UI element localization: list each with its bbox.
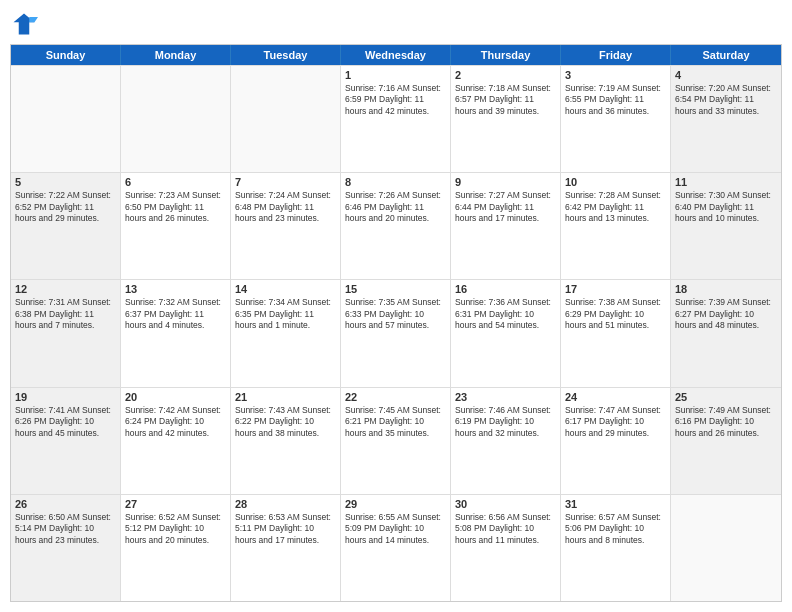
calendar-cell: 23Sunrise: 7:46 AM Sunset: 6:19 PM Dayli… xyxy=(451,388,561,494)
calendar-cell: 3Sunrise: 7:19 AM Sunset: 6:55 PM Daylig… xyxy=(561,66,671,172)
day-info: Sunrise: 7:19 AM Sunset: 6:55 PM Dayligh… xyxy=(565,83,666,117)
calendar-cell xyxy=(121,66,231,172)
day-number: 31 xyxy=(565,498,666,510)
day-info: Sunrise: 7:31 AM Sunset: 6:38 PM Dayligh… xyxy=(15,297,116,331)
day-number: 5 xyxy=(15,176,116,188)
day-number: 26 xyxy=(15,498,116,510)
day-number: 25 xyxy=(675,391,777,403)
day-info: Sunrise: 7:38 AM Sunset: 6:29 PM Dayligh… xyxy=(565,297,666,331)
day-number: 10 xyxy=(565,176,666,188)
calendar-cell: 7Sunrise: 7:24 AM Sunset: 6:48 PM Daylig… xyxy=(231,173,341,279)
calendar-cell: 6Sunrise: 7:23 AM Sunset: 6:50 PM Daylig… xyxy=(121,173,231,279)
day-number: 1 xyxy=(345,69,446,81)
day-info: Sunrise: 7:43 AM Sunset: 6:22 PM Dayligh… xyxy=(235,405,336,439)
calendar-cell: 29Sunrise: 6:55 AM Sunset: 5:09 PM Dayli… xyxy=(341,495,451,601)
weekday-header: Monday xyxy=(121,45,231,65)
calendar-cell: 22Sunrise: 7:45 AM Sunset: 6:21 PM Dayli… xyxy=(341,388,451,494)
day-number: 23 xyxy=(455,391,556,403)
calendar-cell: 2Sunrise: 7:18 AM Sunset: 6:57 PM Daylig… xyxy=(451,66,561,172)
day-info: Sunrise: 7:18 AM Sunset: 6:57 PM Dayligh… xyxy=(455,83,556,117)
day-number: 19 xyxy=(15,391,116,403)
day-number: 9 xyxy=(455,176,556,188)
day-info: Sunrise: 6:56 AM Sunset: 5:08 PM Dayligh… xyxy=(455,512,556,546)
day-number: 30 xyxy=(455,498,556,510)
logo xyxy=(10,10,42,38)
calendar-cell: 1Sunrise: 7:16 AM Sunset: 6:59 PM Daylig… xyxy=(341,66,451,172)
day-number: 27 xyxy=(125,498,226,510)
calendar-cell: 17Sunrise: 7:38 AM Sunset: 6:29 PM Dayli… xyxy=(561,280,671,386)
calendar-row: 19Sunrise: 7:41 AM Sunset: 6:26 PM Dayli… xyxy=(11,387,781,494)
svg-marker-1 xyxy=(29,17,38,22)
day-info: Sunrise: 7:47 AM Sunset: 6:17 PM Dayligh… xyxy=(565,405,666,439)
calendar-body: 1Sunrise: 7:16 AM Sunset: 6:59 PM Daylig… xyxy=(11,65,781,601)
day-info: Sunrise: 7:16 AM Sunset: 6:59 PM Dayligh… xyxy=(345,83,446,117)
day-info: Sunrise: 7:24 AM Sunset: 6:48 PM Dayligh… xyxy=(235,190,336,224)
day-info: Sunrise: 7:32 AM Sunset: 6:37 PM Dayligh… xyxy=(125,297,226,331)
calendar-cell: 9Sunrise: 7:27 AM Sunset: 6:44 PM Daylig… xyxy=(451,173,561,279)
day-info: Sunrise: 7:34 AM Sunset: 6:35 PM Dayligh… xyxy=(235,297,336,331)
day-number: 29 xyxy=(345,498,446,510)
calendar-cell: 28Sunrise: 6:53 AM Sunset: 5:11 PM Dayli… xyxy=(231,495,341,601)
day-info: Sunrise: 7:30 AM Sunset: 6:40 PM Dayligh… xyxy=(675,190,777,224)
day-info: Sunrise: 6:57 AM Sunset: 5:06 PM Dayligh… xyxy=(565,512,666,546)
day-number: 28 xyxy=(235,498,336,510)
logo-icon xyxy=(10,10,38,38)
calendar: SundayMondayTuesdayWednesdayThursdayFrid… xyxy=(10,44,782,602)
weekday-header: Tuesday xyxy=(231,45,341,65)
calendar-row: 26Sunrise: 6:50 AM Sunset: 5:14 PM Dayli… xyxy=(11,494,781,601)
day-number: 11 xyxy=(675,176,777,188)
weekday-header: Friday xyxy=(561,45,671,65)
day-info: Sunrise: 7:45 AM Sunset: 6:21 PM Dayligh… xyxy=(345,405,446,439)
day-number: 16 xyxy=(455,283,556,295)
calendar-row: 12Sunrise: 7:31 AM Sunset: 6:38 PM Dayli… xyxy=(11,279,781,386)
calendar-cell: 25Sunrise: 7:49 AM Sunset: 6:16 PM Dayli… xyxy=(671,388,781,494)
day-number: 24 xyxy=(565,391,666,403)
day-info: Sunrise: 7:26 AM Sunset: 6:46 PM Dayligh… xyxy=(345,190,446,224)
day-number: 14 xyxy=(235,283,336,295)
day-number: 7 xyxy=(235,176,336,188)
day-number: 2 xyxy=(455,69,556,81)
day-number: 18 xyxy=(675,283,777,295)
calendar-cell xyxy=(231,66,341,172)
day-info: Sunrise: 7:28 AM Sunset: 6:42 PM Dayligh… xyxy=(565,190,666,224)
calendar-cell: 5Sunrise: 7:22 AM Sunset: 6:52 PM Daylig… xyxy=(11,173,121,279)
day-number: 4 xyxy=(675,69,777,81)
calendar-cell: 31Sunrise: 6:57 AM Sunset: 5:06 PM Dayli… xyxy=(561,495,671,601)
weekday-header: Wednesday xyxy=(341,45,451,65)
calendar-cell xyxy=(11,66,121,172)
weekday-header: Sunday xyxy=(11,45,121,65)
calendar-cell: 14Sunrise: 7:34 AM Sunset: 6:35 PM Dayli… xyxy=(231,280,341,386)
calendar-cell: 27Sunrise: 6:52 AM Sunset: 5:12 PM Dayli… xyxy=(121,495,231,601)
calendar-cell: 30Sunrise: 6:56 AM Sunset: 5:08 PM Dayli… xyxy=(451,495,561,601)
calendar-cell: 16Sunrise: 7:36 AM Sunset: 6:31 PM Dayli… xyxy=(451,280,561,386)
day-number: 12 xyxy=(15,283,116,295)
day-number: 13 xyxy=(125,283,226,295)
calendar-cell: 10Sunrise: 7:28 AM Sunset: 6:42 PM Dayli… xyxy=(561,173,671,279)
calendar-cell: 8Sunrise: 7:26 AM Sunset: 6:46 PM Daylig… xyxy=(341,173,451,279)
day-info: Sunrise: 7:42 AM Sunset: 6:24 PM Dayligh… xyxy=(125,405,226,439)
day-info: Sunrise: 7:23 AM Sunset: 6:50 PM Dayligh… xyxy=(125,190,226,224)
calendar-cell: 11Sunrise: 7:30 AM Sunset: 6:40 PM Dayli… xyxy=(671,173,781,279)
day-info: Sunrise: 7:27 AM Sunset: 6:44 PM Dayligh… xyxy=(455,190,556,224)
calendar-row: 5Sunrise: 7:22 AM Sunset: 6:52 PM Daylig… xyxy=(11,172,781,279)
day-info: Sunrise: 7:39 AM Sunset: 6:27 PM Dayligh… xyxy=(675,297,777,331)
day-info: Sunrise: 6:52 AM Sunset: 5:12 PM Dayligh… xyxy=(125,512,226,546)
day-info: Sunrise: 7:20 AM Sunset: 6:54 PM Dayligh… xyxy=(675,83,777,117)
day-info: Sunrise: 6:53 AM Sunset: 5:11 PM Dayligh… xyxy=(235,512,336,546)
calendar-cell: 24Sunrise: 7:47 AM Sunset: 6:17 PM Dayli… xyxy=(561,388,671,494)
day-info: Sunrise: 7:41 AM Sunset: 6:26 PM Dayligh… xyxy=(15,405,116,439)
day-info: Sunrise: 7:36 AM Sunset: 6:31 PM Dayligh… xyxy=(455,297,556,331)
calendar-cell: 13Sunrise: 7:32 AM Sunset: 6:37 PM Dayli… xyxy=(121,280,231,386)
day-number: 6 xyxy=(125,176,226,188)
day-number: 22 xyxy=(345,391,446,403)
calendar-cell: 21Sunrise: 7:43 AM Sunset: 6:22 PM Dayli… xyxy=(231,388,341,494)
day-number: 21 xyxy=(235,391,336,403)
calendar-cell: 18Sunrise: 7:39 AM Sunset: 6:27 PM Dayli… xyxy=(671,280,781,386)
page: SundayMondayTuesdayWednesdayThursdayFrid… xyxy=(0,0,792,612)
day-number: 3 xyxy=(565,69,666,81)
day-info: Sunrise: 7:49 AM Sunset: 6:16 PM Dayligh… xyxy=(675,405,777,439)
calendar-cell: 26Sunrise: 6:50 AM Sunset: 5:14 PM Dayli… xyxy=(11,495,121,601)
day-number: 20 xyxy=(125,391,226,403)
weekday-header: Thursday xyxy=(451,45,561,65)
calendar-cell: 4Sunrise: 7:20 AM Sunset: 6:54 PM Daylig… xyxy=(671,66,781,172)
